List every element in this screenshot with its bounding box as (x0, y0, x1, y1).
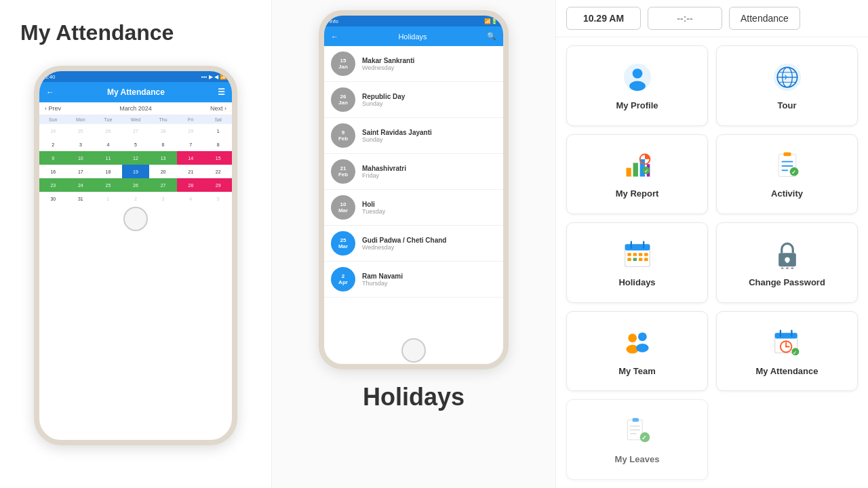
cal-cell[interactable]: 17 (67, 165, 95, 178)
cal-cell-green[interactable]: 10 (67, 151, 95, 165)
cal-cell-green[interactable]: 13 (149, 151, 177, 165)
menu-card-my-report[interactable]: ✓ My Report (566, 134, 708, 215)
svg-rect-25 (625, 244, 650, 250)
cal-cell[interactable]: 30 (39, 192, 67, 205)
cal-cell[interactable]: 29 (177, 124, 205, 138)
menu-card-change-password[interactable]: Change Password (716, 222, 858, 303)
menu-card-activity[interactable]: ✓ Activity (716, 134, 858, 215)
home-button[interactable] (123, 207, 148, 231)
holiday-info: Mahashivratri Friday (362, 165, 496, 179)
attendance-button[interactable]: Attendance (729, 7, 800, 30)
cal-cell[interactable]: 18 (94, 165, 122, 178)
list-item[interactable]: 15 Jan Makar Sankranti Wednesday (324, 46, 503, 82)
cal-cell[interactable]: 5 (204, 192, 232, 205)
menu-card-my-team[interactable]: My Team (566, 311, 708, 392)
cal-cell[interactable]: 3 (149, 192, 177, 205)
list-item[interactable]: 10 Mar Holi Tuesday (324, 190, 503, 226)
badge-month: Mar (338, 243, 348, 249)
menu-card-my-attendance[interactable]: ✓ My Attendance (716, 311, 858, 392)
cal-cell[interactable]: 22 (204, 165, 232, 178)
cal-cell-green[interactable]: 27 (149, 178, 177, 192)
cal-cell[interactable]: 24 (39, 124, 67, 138)
menu-card-my-profile[interactable]: My Profile (566, 45, 708, 126)
day-header-fri: Fri (177, 115, 205, 124)
holiday-name: Ram Navami (362, 272, 496, 280)
cal-cell-pink[interactable]: 28 (177, 178, 205, 192)
phone-mockup-left: 3:40 ▪▪▪ ▶ ◀ 📶 ← My Attendance ☰ ‹ Prev … (34, 66, 237, 445)
menu-card-my-leaves[interactable]: ✓ My Leaves (566, 399, 708, 480)
holidays-section-label: Holidays (363, 383, 465, 411)
cal-cell[interactable]: 8 (204, 138, 232, 151)
cal-cell[interactable]: 4 (177, 192, 205, 205)
cal-cell-green[interactable]: 25 (94, 178, 122, 192)
holiday-weekday: Friday (362, 172, 496, 179)
phone-status-bar: 3:40 ▪▪▪ ▶ ◀ 📶 (39, 71, 232, 82)
holiday-badge-blue: 2 Apr (331, 267, 355, 291)
cal-cell-today[interactable]: 19 (122, 165, 150, 178)
svg-text:✓: ✓ (644, 168, 648, 174)
holiday-weekday: Wednesday (362, 64, 496, 71)
svg-point-40 (786, 267, 789, 269)
holiday-info: Saint Ravidas Jayanti Sunday (362, 129, 496, 143)
home-button-mid[interactable] (401, 338, 426, 363)
cal-cell-green[interactable]: 11 (94, 151, 122, 165)
cal-cell[interactable]: 16 (39, 165, 67, 178)
holidays-title-bar: ← Holidays 🔍 (324, 26, 503, 46)
menu-label-activity: Activity (771, 188, 803, 199)
svg-rect-35 (644, 258, 648, 261)
month-prev[interactable]: ‹ Prev (45, 105, 61, 112)
holiday-name: Mahashivratri (362, 165, 496, 172)
badge-day: 25 (340, 237, 347, 243)
cal-cell-pink[interactable]: 15 (204, 151, 232, 165)
holiday-weekday: Sunday (362, 100, 496, 107)
time-mid: info (330, 18, 338, 24)
cal-cell[interactable]: 27 (122, 124, 150, 138)
cal-cell[interactable]: 1 (94, 192, 122, 205)
holiday-info: Holi Tuesday (362, 201, 496, 215)
cal-cell[interactable]: 26 (94, 124, 122, 138)
cal-cell[interactable]: 7 (177, 138, 205, 151)
month-next[interactable]: Next › (210, 105, 226, 112)
cal-cell[interactable]: 6 (149, 138, 177, 151)
cal-cell[interactable]: 21 (177, 165, 205, 178)
list-item[interactable]: 25 Mar Gudi Padwa / Cheti Chand Wednesda… (324, 226, 503, 262)
menu-grid: My Profile ✈ Tour (556, 37, 868, 488)
list-item[interactable]: 21 Feb Mahashivratri Friday (324, 154, 503, 190)
cal-cell-green[interactable]: 23 (39, 178, 67, 192)
svg-point-44 (637, 332, 646, 341)
menu-card-tour[interactable]: ✈ Tour (716, 45, 858, 126)
list-item[interactable]: 9 Feb Saint Ravidas Jayanti Sunday (324, 118, 503, 154)
list-item[interactable]: 26 Jan Republic Day Sunday (324, 82, 503, 118)
holiday-badge: 21 Feb (331, 159, 355, 184)
cal-cell[interactable]: 1 (204, 124, 232, 138)
svg-text:✓: ✓ (793, 349, 797, 355)
cal-cell[interactable]: 31 (67, 192, 95, 205)
menu-label-my-report: My Report (616, 188, 659, 199)
phone-time: 3:40 (45, 74, 56, 80)
svg-rect-10 (626, 168, 631, 177)
day-header-sat: Sat (204, 115, 232, 124)
holidays-search-icon[interactable]: 🔍 (487, 32, 496, 41)
cal-cell[interactable]: 2 (39, 138, 67, 151)
menu-label-my-leaves: My Leaves (615, 454, 660, 464)
cal-cell[interactable]: 28 (149, 124, 177, 138)
cal-cell[interactable]: 3 (67, 138, 95, 151)
cal-cell-pink[interactable]: 29 (204, 178, 232, 192)
phone-menu-icon: ☰ (218, 87, 225, 97)
cal-cell[interactable]: 4 (94, 138, 122, 151)
cal-cell-green[interactable]: 12 (122, 151, 150, 165)
cal-cell[interactable]: 20 (149, 165, 177, 178)
month-label: March 2024 (119, 105, 152, 112)
menu-card-holidays[interactable]: Holidays (566, 222, 708, 303)
cal-cell-green[interactable]: 26 (122, 178, 150, 192)
cal-cell[interactable]: 5 (122, 138, 150, 151)
menu-label-my-profile: My Profile (616, 100, 658, 110)
day-header-sun: Sun (39, 115, 67, 124)
holidays-icon (621, 238, 654, 270)
cal-cell-pink[interactable]: 14 (177, 151, 205, 165)
list-item[interactable]: 2 Apr Ram Navami Thursday (324, 262, 503, 298)
cal-cell[interactable]: 2 (122, 192, 150, 205)
cal-cell-green[interactable]: 24 (67, 178, 95, 192)
cal-cell[interactable]: 25 (67, 124, 95, 138)
cal-cell-green[interactable]: 9 (39, 151, 67, 165)
